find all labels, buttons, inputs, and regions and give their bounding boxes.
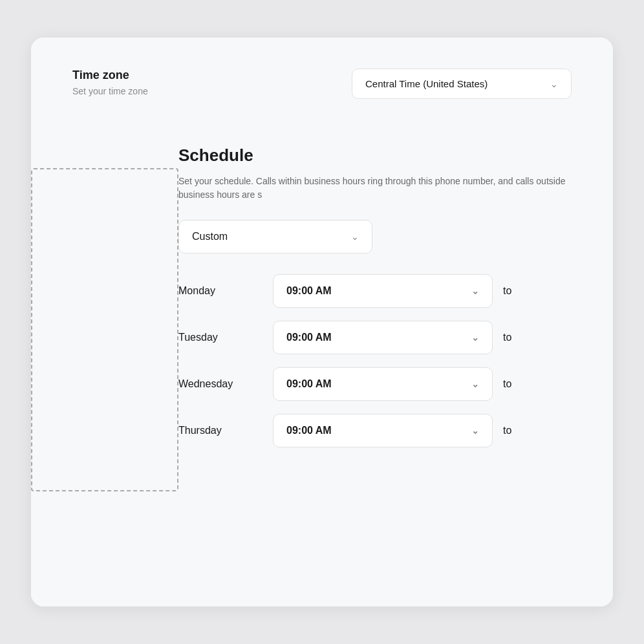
timezone-chevron-icon: ⌄ [550, 79, 558, 89]
table-row: Wednesday 09:00 AM ⌄ to [178, 367, 582, 401]
table-row: Monday 09:00 AM ⌄ to [178, 274, 582, 308]
monday-start-time-dropdown[interactable]: 09:00 AM ⌄ [273, 274, 493, 308]
wednesday-start-time-value: 09:00 AM [286, 378, 332, 390]
schedule-title: Schedule [178, 145, 582, 166]
schedule-preset-dropdown[interactable]: Custom ⌄ [178, 220, 372, 253]
table-row: Thursday 09:00 AM ⌄ to [178, 414, 582, 447]
monday-start-time-value: 09:00 AM [286, 285, 332, 297]
timezone-title: Time zone [72, 69, 148, 82]
thursday-label: Thursday [178, 425, 263, 436]
thursday-start-chevron-icon: ⌄ [471, 425, 479, 436]
timezone-selected-value: Central Time (United States) [365, 78, 488, 89]
schedule-preset-label: Custom [192, 231, 228, 242]
monday-start-chevron-icon: ⌄ [471, 286, 479, 296]
thursday-start-time-dropdown[interactable]: 09:00 AM ⌄ [273, 414, 493, 447]
timezone-label-group: Time zone Set your time zone [72, 69, 148, 96]
main-card: Time zone Set your time zone Central Tim… [31, 38, 613, 606]
wednesday-start-chevron-icon: ⌄ [471, 379, 479, 389]
wednesday-label: Wednesday [178, 378, 263, 390]
schedule-section: Schedule Set your schedule. Calls within… [31, 120, 613, 606]
timezone-dropdown[interactable]: Central Time (United States) ⌄ [352, 69, 572, 99]
monday-label: Monday [178, 285, 263, 297]
thursday-to-label: to [503, 425, 511, 436]
timezone-section: Time zone Set your time zone Central Tim… [31, 38, 613, 120]
day-rows: Monday 09:00 AM ⌄ to Tuesday 09:00 AM ⌄ … [178, 274, 582, 447]
timezone-subtitle: Set your time zone [72, 86, 148, 96]
tuesday-to-label: to [503, 332, 511, 343]
schedule-description: Set your schedule. Calls within business… [178, 175, 582, 202]
tuesday-start-chevron-icon: ⌄ [471, 332, 479, 343]
tuesday-start-time-dropdown[interactable]: 09:00 AM ⌄ [273, 321, 493, 354]
thursday-start-time-value: 09:00 AM [286, 425, 332, 436]
schedule-preset-chevron-icon: ⌄ [351, 231, 359, 242]
table-row: Tuesday 09:00 AM ⌄ to [178, 321, 582, 354]
tuesday-start-time-value: 09:00 AM [286, 332, 332, 343]
wednesday-start-time-dropdown[interactable]: 09:00 AM ⌄ [273, 367, 493, 401]
tuesday-label: Tuesday [178, 332, 263, 343]
monday-to-label: to [503, 285, 511, 297]
wednesday-to-label: to [503, 378, 511, 390]
